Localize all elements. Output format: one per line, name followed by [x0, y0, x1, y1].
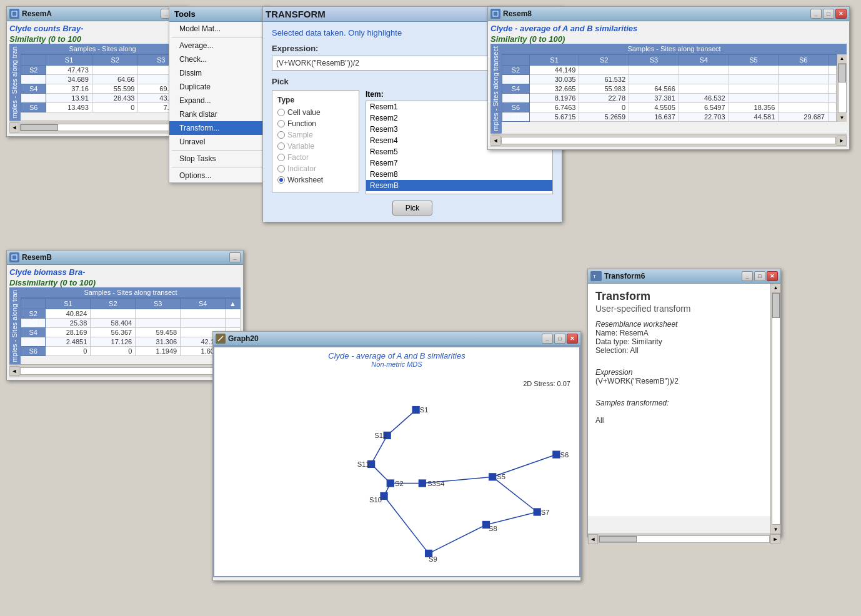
resemA-table-wrap[interactable]: S1 S2 S3 S2 47.473 [21, 54, 184, 112]
resemB-cell [226, 309, 241, 318]
point-s3s4 [419, 479, 426, 487]
resemA-cell: 13.493 [46, 102, 92, 112]
radio-function[interactable]: Function [277, 119, 354, 128]
resem8-cell: 5.2659 [579, 112, 629, 121]
radio-worksheet-circle[interactable] [277, 176, 285, 184]
radio-cell-value-circle[interactable] [277, 109, 285, 116]
t6-scroll-right[interactable]: ► [770, 534, 780, 544]
resemB-scrollbar-h[interactable]: ◄ ► [9, 364, 241, 377]
resem8-row-s6: S6 [502, 102, 530, 112]
radio-worksheet[interactable]: Worksheet [277, 176, 354, 184]
transform6-close[interactable]: ✕ [767, 271, 778, 281]
scroll-down-btn[interactable]: ▼ [839, 114, 846, 122]
t6-scroll-up[interactable]: ▲ [772, 284, 780, 292]
radio-sample-circle [277, 131, 285, 139]
scroll-track-v [838, 63, 847, 113]
transform6-titlebar[interactable]: T Transform6 _ □ ✕ [588, 269, 780, 284]
scroll-left-btn[interactable]: ◄ [9, 122, 19, 132]
table-row: S6 6.7463 0 4.5505 6.5497 18.356 [502, 102, 837, 112]
resemB-table-wrap[interactable]: S1 S2 S3 S4 ▲ S2 40.824 [21, 298, 241, 356]
resem8-table-wrap[interactable]: S1 S2 S3 S4 S5 S6 [502, 54, 837, 122]
resemB-cell: 56.367 [91, 327, 136, 337]
resem8-minimize[interactable]: _ [810, 9, 822, 19]
menu-item-transform[interactable]: Transform... [169, 121, 268, 135]
menu-item-options[interactable]: Options... [169, 169, 268, 182]
resem8-table-scroll: S1 S2 S3 S4 S5 S6 [502, 54, 847, 122]
transform6-resemblance-label: Resemblance worksheet [595, 320, 677, 329]
scrollbar-thumb-h[interactable] [21, 124, 58, 131]
menu-item-average[interactable]: Average... [169, 39, 268, 52]
tools-title: Tools [174, 9, 196, 19]
menu-item-expand[interactable]: Expand... [169, 94, 268, 107]
menu-sep-2 [172, 150, 266, 151]
menu-item-duplicate[interactable]: Duplicate [169, 80, 268, 94]
scroll-up-btn[interactable]: ▲ [839, 54, 846, 62]
resem8-row-s2: S2 [502, 65, 530, 74]
t6-scroll-down[interactable]: ▼ [772, 525, 780, 534]
resemA-cell: 47.473 [46, 65, 92, 74]
edge-s8-s9 [429, 525, 486, 554]
pick-type-title: Type [277, 96, 354, 104]
resem8-scrollbar-h[interactable]: ◄ ► [490, 134, 847, 147]
transform6-scrollbar-v[interactable]: ▲ ▼ [770, 284, 780, 534]
pick-item-resem8[interactable]: Resem8 [366, 169, 552, 180]
scroll-thumb-v[interactable] [839, 64, 846, 82]
transform6-minimize[interactable]: _ [742, 271, 753, 281]
resem8-controls: _ □ ✕ [810, 9, 847, 19]
graph20-maximize[interactable]: □ [554, 334, 565, 344]
graph20-titlebar[interactable]: Graph20 _ □ ✕ [213, 332, 580, 346]
menu-item-unravel[interactable]: Unravel [169, 135, 268, 149]
resem8-cell: 22.78 [579, 93, 629, 102]
resem8-titlebar[interactable]: Resem8 _ □ ✕ [488, 7, 849, 21]
pick-item-resem7[interactable]: Resem7 [366, 157, 552, 169]
resemB-table: S1 S2 S3 S4 ▲ S2 40.824 [21, 298, 241, 356]
pick-button[interactable]: Pick [392, 201, 433, 216]
menu-sep-3 [172, 167, 266, 167]
scroll-left-btn[interactable]: ◄ [490, 136, 500, 146]
t6-scroll-thumb[interactable] [772, 293, 780, 318]
graph20-close[interactable]: ✕ [567, 334, 578, 344]
resemA-row-s5: S5 [21, 93, 46, 102]
resemB-cell [136, 309, 181, 318]
menu-item-stop[interactable]: Stop Tasks [169, 152, 268, 166]
resemB-titlebar[interactable]: ResemB _ [7, 251, 243, 265]
graph20-minimize[interactable]: _ [542, 334, 553, 344]
resemA-row-s4: S4 [21, 84, 46, 93]
resem8-row-s5: S5 [502, 93, 530, 102]
menu-item-model[interactable]: Model Mat... [169, 22, 268, 36]
resem8-scrollbar-v[interactable]: ▲ ▼ [837, 54, 847, 122]
resem8-subtitle2: Similarity (0 to 100) [490, 34, 847, 44]
resemA-cell: 28.433 [92, 93, 138, 102]
resem8-col-s3: S3 [629, 54, 679, 65]
scrollbar-track-h [501, 137, 836, 144]
menu-item-check[interactable]: Check... [169, 52, 268, 66]
t6-scroll-track [772, 292, 780, 525]
resemA-titlebar[interactable]: ResemA _ □ [7, 7, 187, 21]
resemA-scrollbar-h[interactable]: ◄ ► [9, 121, 184, 134]
t6-scroll-thumb-h[interactable] [599, 536, 637, 542]
resemB-controls: _ [229, 252, 241, 262]
t6-scroll-left[interactable]: ◄ [588, 534, 598, 544]
resem8-close[interactable]: ✕ [835, 9, 847, 19]
transform6-maximize[interactable]: □ [754, 271, 765, 281]
menu-item-dissim[interactable]: Dissim [169, 66, 268, 80]
pick-item-resemB[interactable]: ResemB [366, 180, 552, 191]
resem8-table-area: mples - Sites along transect Samples - S… [490, 44, 847, 134]
point-s5 [489, 473, 496, 480]
resem8-corner [502, 54, 530, 65]
resem8-cell [779, 84, 829, 93]
resemB-minimize[interactable]: _ [229, 252, 241, 262]
radio-cell-value-label: Cell value [287, 108, 321, 117]
transform6-controls: _ □ ✕ [742, 271, 778, 281]
radio-function-circle[interactable] [277, 120, 285, 127]
radio-cell-value[interactable]: Cell value [277, 108, 354, 117]
transform6-scrollbar-h[interactable]: ◄ ► [588, 534, 780, 544]
table-row: S6 0 0 1.1949 1.6058 ▼ [21, 346, 241, 355]
resem8-maximize[interactable]: □ [823, 9, 834, 19]
scroll-left-btn[interactable]: ◄ [9, 366, 19, 376]
resem8-cell: 18.356 [729, 102, 779, 112]
resemB-table-scroll: S1 S2 S3 S4 ▲ S2 40.824 [21, 298, 241, 356]
scroll-right-btn[interactable]: ► [837, 136, 847, 146]
resemA-col-s2: S2 [92, 54, 138, 65]
menu-item-rank[interactable]: Rank distar [169, 107, 268, 121]
